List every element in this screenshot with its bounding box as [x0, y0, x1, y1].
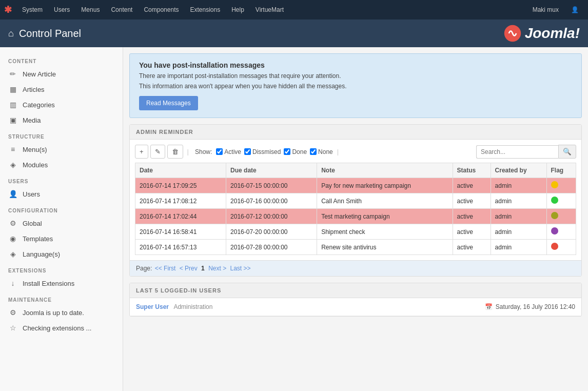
search-box: 🔍 — [476, 145, 576, 159]
nav-system[interactable]: System — [17, 3, 48, 16]
col-created-by[interactable]: Created by — [491, 163, 546, 178]
sidebar-item-checking-extensions[interactable]: ☆ Checking extensions ... — [0, 320, 123, 336]
user-info: Super User Administration — [136, 303, 212, 310]
flag-dot — [551, 197, 558, 204]
add-reminder-button[interactable]: + — [135, 145, 148, 159]
read-messages-button[interactable]: Read Messages — [139, 96, 198, 110]
nav-virtuemart[interactable]: VirtueMart — [250, 3, 289, 16]
filter-none[interactable]: None — [310, 148, 333, 155]
sidebar-label-modules: Modules — [23, 161, 48, 169]
home-icon[interactable]: ⌂ — [8, 28, 14, 39]
filter-dissmised-checkbox[interactable] — [244, 148, 251, 155]
sidebar-label-global: Global — [23, 220, 42, 227]
cell-date: 2016-07-14 17:02:44 — [135, 209, 226, 224]
nav-content[interactable]: Content — [106, 3, 138, 16]
flag-dot — [551, 212, 558, 219]
reminders-table: Date Due date Note Status Created by Fla… — [135, 163, 576, 255]
pagination-prev[interactable]: < Prev — [180, 265, 198, 272]
sidebar-item-install-extensions[interactable]: ↓ Install Extensions — [0, 276, 123, 291]
cell-status: active — [453, 193, 491, 209]
col-note[interactable]: Note — [317, 163, 453, 178]
cell-due-date: 2016-07-16 00:00:00 — [226, 193, 317, 209]
nav-menus[interactable]: Menus — [76, 3, 105, 16]
sidebar-label-languages: Language(s) — [23, 250, 60, 258]
search-button[interactable]: 🔍 — [558, 145, 576, 159]
joomla-logo-icon[interactable]: ✱ — [4, 4, 12, 15]
search-input[interactable] — [476, 145, 558, 159]
pagination-first[interactable]: << First — [155, 265, 176, 272]
filter-done[interactable]: Done — [284, 148, 307, 155]
sidebar-item-modules[interactable]: ◈ Modules — [0, 157, 123, 172]
pagination-last[interactable]: Last >> — [230, 265, 250, 272]
menus-icon: ≡ — [8, 145, 17, 153]
sidebar-section-extensions: EXTENSIONS — [0, 262, 123, 276]
cell-status: active — [453, 240, 491, 255]
sidebar-section-users: USERS — [0, 172, 123, 186]
col-status[interactable]: Status — [453, 163, 491, 178]
main-layout: CONTENT ✏ New Article ▦ Articles ▥ Categ… — [0, 47, 588, 391]
table-row: 2016-07-14 17:08:12 2016-07-16 00:00:00 … — [135, 193, 576, 209]
filter-dissmised[interactable]: Dissmised — [244, 148, 281, 155]
post-install-title: You have post-installation messages — [139, 61, 572, 69]
nav-extensions[interactable]: Extensions — [185, 3, 225, 16]
col-due-date[interactable]: Due date — [226, 163, 317, 178]
filter-active[interactable]: Active — [216, 148, 241, 155]
sidebar-item-articles[interactable]: ▦ Articles — [0, 82, 123, 97]
flag-dot — [551, 227, 558, 234]
post-install-line1: There are important post-installation me… — [139, 72, 572, 80]
cell-due-date: 2016-07-28 00:00:00 — [226, 240, 317, 255]
sidebar-item-templates[interactable]: ◉ Templates — [0, 231, 123, 246]
nav-help[interactable]: Help — [226, 3, 249, 16]
sidebar-item-joomla-uptodate[interactable]: ⚙ Joomla is up to date. — [0, 305, 123, 320]
filter-done-checkbox[interactable] — [284, 148, 290, 155]
col-flag[interactable]: Flag — [546, 163, 576, 178]
calendar-icon: 📅 — [485, 303, 493, 310]
table-row: 2016-07-14 16:58:41 2016-07-20 00:00:00 … — [135, 224, 576, 240]
delete-reminder-button[interactable]: 🗑 — [167, 145, 183, 159]
sidebar-label-checking-extensions: Checking extensions ... — [23, 324, 91, 332]
nav-users[interactable]: Users — [49, 3, 75, 16]
sidebar-item-media[interactable]: ▣ Media — [0, 112, 123, 128]
filter-none-checkbox[interactable] — [310, 148, 317, 155]
sidebar-item-new-article[interactable]: ✏ New Article — [0, 66, 123, 82]
cell-flag — [546, 193, 576, 209]
pipe-separator: | — [187, 148, 189, 155]
nav-components[interactable]: Components — [139, 3, 184, 16]
user-role: Administration — [173, 303, 212, 310]
table-row: 2016-07-14 17:02:44 2016-07-12 00:00:00 … — [135, 209, 576, 224]
nav-user-icon[interactable]: 👤 — [566, 3, 584, 16]
sidebar-item-users[interactable]: 👤 Users — [0, 186, 123, 202]
sidebar-item-menus[interactable]: ≡ Menu(s) — [0, 142, 123, 157]
edit-reminder-button[interactable]: ✎ — [150, 145, 165, 159]
pagination-next[interactable]: Next > — [208, 265, 226, 272]
cell-created-by: admin — [491, 240, 546, 255]
col-date[interactable]: Date — [135, 163, 226, 178]
pagination-bar: Page: << First < Prev 1 Next > Last >> — [130, 260, 581, 276]
cell-created-by: admin — [491, 193, 546, 209]
sidebar-item-languages[interactable]: ◈ Language(s) — [0, 246, 123, 262]
last-logged-in-panel: LAST 5 LOGGED-IN USERS Super User Admini… — [129, 283, 582, 317]
page-title: Control Panel — [19, 28, 81, 40]
admin-reminder-header: ADMIN REMINDER — [130, 125, 581, 140]
sidebar-section-configuration: CONFIGURATION — [0, 202, 123, 216]
modules-icon: ◈ — [8, 161, 17, 169]
sidebar-item-categories[interactable]: ▥ Categories — [0, 97, 123, 112]
sidebar-label-templates: Templates — [23, 235, 53, 243]
sidebar-item-global[interactable]: ⚙ Global — [0, 216, 123, 231]
global-icon: ⚙ — [8, 219, 17, 227]
user-name[interactable]: Super User — [136, 303, 169, 310]
login-time-text: Saturday, 16 July 2016 12:40 — [496, 303, 575, 310]
last-logged-in-header: LAST 5 LOGGED-IN USERS — [130, 283, 581, 298]
cell-created-by: admin — [491, 178, 546, 193]
table-row: 2016-07-14 17:09:25 2016-07-15 00:00:00 … — [135, 178, 576, 193]
cell-date: 2016-07-14 16:58:41 — [135, 224, 226, 240]
users-icon: 👤 — [8, 190, 17, 198]
post-install-line2: This information area won't appear when … — [139, 83, 572, 90]
admin-reminder-panel: ADMIN REMINDER + ✎ 🗑 | Show: Active Diss… — [129, 124, 582, 277]
nav-user[interactable]: Maki mux — [527, 3, 564, 16]
sidebar-section-maintenance: MAINTENANCE — [0, 291, 123, 305]
filter-active-checkbox[interactable] — [216, 148, 223, 155]
main-content: You have post-installation messages Ther… — [123, 47, 588, 391]
media-icon: ▣ — [8, 116, 17, 124]
cell-date: 2016-07-14 17:08:12 — [135, 193, 226, 209]
